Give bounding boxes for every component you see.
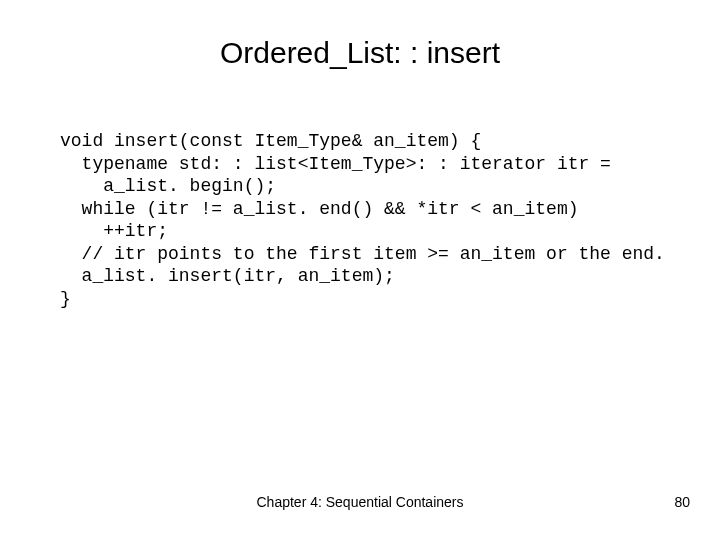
code-line: ++itr; (60, 221, 168, 241)
footer-page-number: 80 (674, 494, 690, 510)
code-line: a_list. insert(itr, an_item); (60, 266, 395, 286)
slide-title: Ordered_List: : insert (0, 36, 720, 70)
slide: Ordered_List: : insert void insert(const… (0, 0, 720, 540)
code-line: typename std: : list<Item_Type>: : itera… (60, 154, 611, 174)
code-line: while (itr != a_list. end() && *itr < an… (60, 199, 578, 219)
code-line: } (60, 289, 71, 309)
code-line: a_list. begin(); (60, 176, 276, 196)
code-line: void insert(const Item_Type& an_item) { (60, 131, 481, 151)
code-line: // itr points to the first item >= an_it… (60, 244, 665, 264)
footer-chapter: Chapter 4: Sequential Containers (0, 494, 720, 510)
code-block: void insert(const Item_Type& an_item) { … (60, 130, 700, 310)
